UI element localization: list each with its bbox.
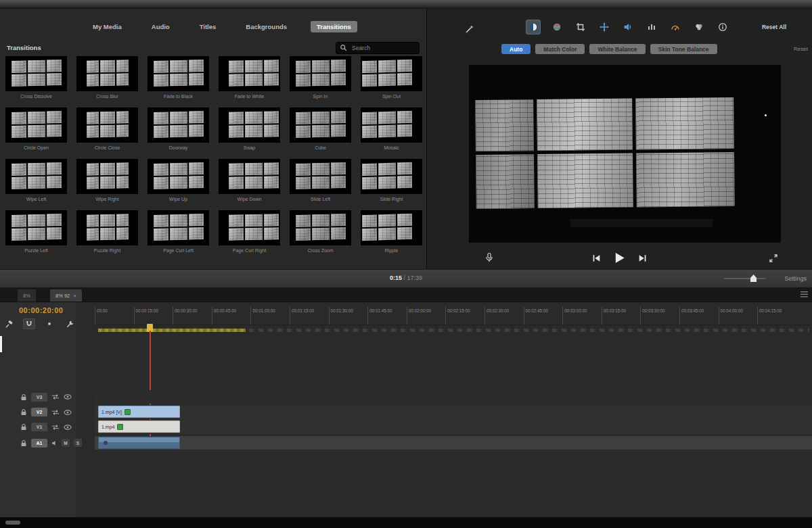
horizontal-scrollbar[interactable]: [5, 521, 20, 525]
fullscreen-icon[interactable]: [769, 254, 778, 263]
sync-lock-icon[interactable]: [51, 394, 60, 400]
transition-thumbnail[interactable]: [219, 56, 280, 91]
transition-thumbnail[interactable]: [219, 159, 280, 194]
track-label-v1[interactable]: V1: [31, 423, 47, 431]
solo-button[interactable]: S: [74, 439, 82, 447]
transition-item[interactable]: Page Curl Right: [219, 210, 280, 253]
transition-item[interactable]: Wipe Left: [5, 159, 67, 201]
transition-item[interactable]: Wipe Down: [219, 159, 280, 201]
transition-thumbnail[interactable]: [76, 210, 138, 245]
timeline-zoom-slider[interactable]: [724, 278, 766, 279]
transition-thumbnail[interactable]: [219, 107, 280, 143]
video-clip-v1[interactable]: 1.mp4: [98, 421, 180, 433]
transition-item[interactable]: Swap: [219, 107, 280, 150]
sync-lock-icon[interactable]: [51, 425, 60, 430]
sync-lock-icon[interactable]: [51, 410, 60, 415]
work-area-bar[interactable]: [95, 328, 812, 333]
transition-thumbnail[interactable]: [76, 56, 138, 91]
transition-item[interactable]: Circle Close: [76, 107, 138, 150]
lock-icon[interactable]: [20, 423, 27, 431]
transition-thumbnail[interactable]: [148, 56, 209, 91]
reset-button[interactable]: Reset: [794, 46, 808, 52]
transition-thumbnail[interactable]: [148, 107, 209, 143]
lock-icon[interactable]: [20, 439, 27, 447]
transition-thumbnail[interactable]: [76, 107, 138, 143]
linked-selection-icon[interactable]: [43, 318, 55, 329]
transition-thumbnail[interactable]: [290, 107, 351, 143]
enhance-wand-icon[interactable]: [462, 22, 477, 37]
crop-icon[interactable]: [573, 20, 588, 34]
transition-thumbnail[interactable]: [361, 159, 422, 194]
wrench-icon[interactable]: [64, 318, 76, 329]
snap-icon[interactable]: [23, 318, 35, 329]
stabilization-icon[interactable]: [597, 20, 612, 34]
reset-all-button[interactable]: Reset All: [762, 24, 786, 30]
transition-item[interactable]: Cube: [290, 107, 351, 150]
color-balance-icon[interactable]: [526, 20, 541, 34]
transition-item[interactable]: Cross Blur: [76, 56, 138, 99]
track-content-a1[interactable]: [95, 436, 812, 450]
transition-item[interactable]: Fade to White: [219, 56, 280, 99]
transition-thumbnail[interactable]: [361, 107, 422, 143]
audio-clip-a1[interactable]: [98, 437, 180, 449]
speaker-icon[interactable]: [51, 440, 58, 446]
white-balance-button[interactable]: White Balance: [589, 44, 645, 54]
match-color-button[interactable]: Match Color: [535, 44, 585, 54]
tab-backgrounds[interactable]: Backgrounds: [240, 21, 293, 32]
auto-button[interactable]: Auto: [501, 44, 531, 54]
color-correction-icon[interactable]: [549, 20, 564, 34]
eye-icon[interactable]: [64, 394, 72, 400]
transition-item[interactable]: Puzzle Left: [5, 210, 67, 253]
transition-item[interactable]: Spin In: [290, 56, 351, 99]
transition-thumbnail[interactable]: [290, 210, 351, 245]
tab-transitions[interactable]: Transitions: [311, 21, 357, 32]
search-field[interactable]: [336, 42, 420, 54]
transition-item[interactable]: Mosaic: [361, 107, 422, 150]
track-content-v1[interactable]: [95, 420, 812, 434]
lock-icon[interactable]: [20, 408, 27, 416]
transition-thumbnail[interactable]: [219, 210, 280, 245]
play-icon[interactable]: [613, 251, 626, 264]
transition-item[interactable]: Cross Dissolve: [5, 56, 67, 99]
transition-item[interactable]: Spin Out: [361, 56, 422, 99]
transition-item[interactable]: Wipe Up: [148, 159, 209, 201]
track-label-v2[interactable]: V2: [31, 408, 47, 416]
search-input[interactable]: [351, 44, 411, 52]
track-content-v2[interactable]: [95, 405, 812, 419]
transition-item[interactable]: Cross Zoom: [290, 210, 351, 253]
timeline-ruler[interactable]: 00:00 00:00:15:00 00:00:30:00 00:00:45:0…: [95, 307, 812, 325]
transition-item[interactable]: Slide Left: [290, 159, 351, 201]
track-label-a1[interactable]: A1: [31, 439, 47, 448]
tab-titles[interactable]: Titles: [194, 21, 223, 32]
transition-thumbnail[interactable]: [5, 56, 67, 91]
transition-item[interactable]: Fade to Black: [148, 56, 209, 99]
sequence-tab-1[interactable]: 8%: [18, 289, 36, 302]
sequence-tab-2[interactable]: 8% 92 ×: [50, 289, 82, 302]
volume-icon[interactable]: [621, 20, 635, 34]
skip-back-icon[interactable]: [591, 254, 601, 263]
video-clip-v2[interactable]: 1.mp4 [V]: [98, 406, 180, 418]
transition-thumbnail[interactable]: [5, 107, 67, 143]
effects-icon[interactable]: [692, 20, 706, 34]
transition-item[interactable]: Doorway: [148, 107, 209, 150]
tab-audio[interactable]: Audio: [145, 21, 176, 32]
transition-thumbnail[interactable]: [361, 210, 422, 245]
info-icon[interactable]: [715, 20, 730, 34]
transition-item[interactable]: Page Curl Left: [148, 210, 209, 253]
track-content-v3[interactable]: [95, 390, 812, 404]
track-label-v3[interactable]: V3: [31, 393, 47, 402]
settings-button[interactable]: Settings: [784, 275, 807, 282]
skin-tone-balance-button[interactable]: Skin Tone Balance: [650, 44, 717, 54]
transition-thumbnail[interactable]: [5, 159, 67, 194]
transition-item[interactable]: Wipe Right: [76, 159, 138, 201]
lock-icon[interactable]: [20, 393, 27, 401]
window-titlebar[interactable]: [0, 0, 812, 9]
transition-item[interactable]: Ripple: [361, 210, 422, 253]
transition-thumbnail[interactable]: [290, 56, 351, 91]
noise-reduction-icon[interactable]: [644, 20, 659, 34]
transition-thumbnail[interactable]: [148, 210, 209, 245]
work-area-active[interactable]: [98, 329, 246, 332]
video-preview[interactable]: [469, 65, 781, 243]
mute-button[interactable]: M: [62, 439, 70, 447]
transition-thumbnail[interactable]: [290, 159, 351, 194]
